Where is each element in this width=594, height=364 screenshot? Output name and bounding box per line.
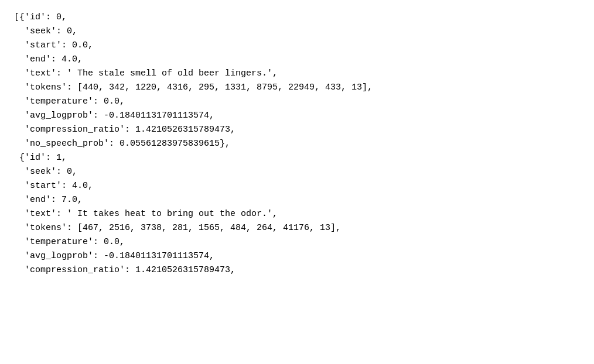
code-display: [{'id': 0, 'seek': 0, 'start': 0.0, 'end… [0, 0, 594, 364]
